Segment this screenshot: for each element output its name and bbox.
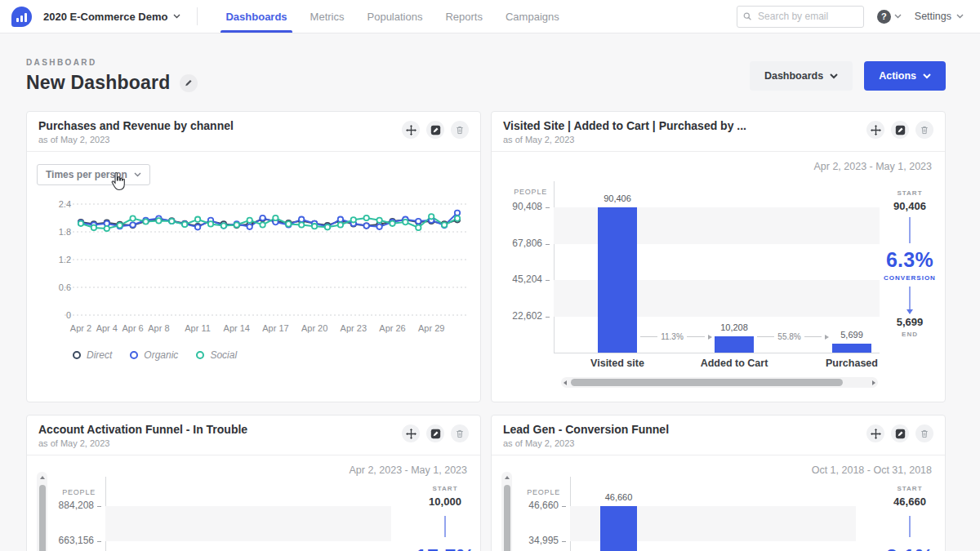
- pencil-icon: [185, 78, 193, 87]
- edit-title-button[interactable]: [180, 74, 198, 92]
- card-visited-funnel: Visited Site | Added to Cart | Purchased…: [491, 111, 946, 402]
- card-subtitle: as of May 2, 2023: [503, 135, 746, 144]
- card-lead-gen-funnel: Lead Gen - Conversion Funnel as of May 2…: [491, 415, 946, 551]
- scroll-thumb[interactable]: [571, 379, 843, 386]
- svg-text:Apr 17: Apr 17: [262, 323, 288, 333]
- move-icon: [406, 429, 416, 439]
- conversion-rate: 6.3%: [877, 248, 942, 272]
- dashboards-dropdown-button[interactable]: Dashboards: [750, 61, 853, 91]
- horizontal-scrollbar[interactable]: [561, 377, 878, 388]
- funnel-summary: START 46,660 3.1%: [877, 485, 942, 551]
- nav-item-metrics[interactable]: Metrics: [299, 0, 356, 33]
- arrow-right-icon: [708, 335, 712, 340]
- delete-widget-button[interactable]: [915, 121, 933, 139]
- edit-icon: [430, 429, 441, 439]
- funnel-bar[interactable]: [598, 207, 637, 353]
- date-range: Apr 2, 2023 - May 1, 2023: [813, 161, 932, 172]
- move-widget-button[interactable]: [866, 121, 884, 139]
- people-axis-label: PEOPLE: [492, 488, 560, 496]
- end-label: END: [877, 331, 942, 338]
- legend-item-direct[interactable]: Direct: [73, 349, 112, 361]
- trash-icon: [455, 429, 465, 439]
- scroll-up-button[interactable]: [40, 476, 45, 479]
- funnel-bar[interactable]: [832, 344, 871, 353]
- card-title: Purchases and Revenue by channel: [38, 119, 234, 132]
- edit-widget-button[interactable]: [426, 424, 444, 442]
- axis-tick-mark: [546, 207, 550, 208]
- card-purchases-revenue: Purchases and Revenue by channel as of M…: [26, 111, 481, 402]
- help-icon: ?: [877, 10, 891, 24]
- edit-icon: [430, 125, 441, 136]
- chevron-down-icon: [134, 172, 141, 177]
- chevron-down-icon: [956, 14, 964, 19]
- funnel-bar[interactable]: [600, 506, 637, 551]
- nav-item-populations[interactable]: Populations: [356, 0, 434, 33]
- funnel-step-label: Purchased: [803, 358, 901, 369]
- axis-tick-label: 34,995: [508, 535, 559, 546]
- edit-widget-button[interactable]: [426, 121, 444, 139]
- search-icon: [743, 11, 751, 21]
- axis-tick-label: 90,408: [492, 201, 542, 212]
- settings-menu[interactable]: Settings: [915, 11, 964, 22]
- account-label: 2020 E-Commerce Demo: [43, 11, 167, 23]
- delete-widget-button[interactable]: [915, 424, 933, 442]
- funnel-bar[interactable]: [715, 336, 754, 353]
- app-logo-icon[interactable]: [11, 7, 32, 27]
- actions-dropdown-button[interactable]: Actions: [864, 61, 946, 91]
- card-title: Visited Site | Added to Cart | Purchased…: [503, 119, 746, 132]
- move-icon: [406, 125, 416, 136]
- page-eyebrow: DASHBOARD: [26, 58, 198, 67]
- axis-tick-mark: [546, 317, 550, 318]
- move-widget-button[interactable]: [866, 424, 884, 442]
- account-switcher[interactable]: 2020 E-Commerce Demo: [43, 11, 180, 23]
- nav-item-dashboards[interactable]: Dashboards: [214, 0, 298, 33]
- summary-connector-line: [909, 516, 911, 537]
- top-nav: 2020 E-Commerce Demo Dashboards Metrics …: [0, 0, 980, 33]
- funnel-summary: START 10,000 17.7%: [412, 485, 478, 551]
- svg-text:Apr 14: Apr 14: [224, 323, 250, 333]
- start-value: 90,406: [877, 200, 942, 212]
- axis-tick-mark: [546, 244, 550, 245]
- conversion-label: CONVERSION: [877, 274, 942, 282]
- metric-dropdown[interactable]: Times per person: [37, 164, 150, 185]
- chart-legend: Direct Organic Social: [73, 349, 237, 361]
- edit-widget-button[interactable]: [891, 121, 909, 139]
- move-icon: [871, 125, 881, 136]
- move-widget-button[interactable]: [402, 424, 420, 442]
- move-widget-button[interactable]: [402, 121, 420, 139]
- funnel-baseline: [554, 353, 880, 353]
- search-input[interactable]: [756, 10, 858, 23]
- card-subtitle: as of May 2, 2023: [503, 438, 669, 448]
- axis-tick-label: 46,660: [508, 500, 559, 511]
- nav-item-reports[interactable]: Reports: [434, 0, 494, 33]
- edit-widget-button[interactable]: [891, 424, 909, 442]
- card-subtitle: as of May 2, 2023: [38, 135, 234, 144]
- edit-icon: [895, 125, 906, 136]
- settings-label: Settings: [915, 11, 951, 22]
- start-value: 10,000: [412, 495, 478, 508]
- chart-band: [105, 506, 391, 541]
- scroll-left-button[interactable]: [564, 380, 567, 385]
- end-value: 5,699: [877, 316, 942, 328]
- delete-widget-button[interactable]: [451, 121, 469, 139]
- svg-text:2.4: 2.4: [59, 199, 71, 209]
- trash-icon: [455, 125, 465, 136]
- legend-item-social[interactable]: Social: [196, 349, 237, 361]
- funnel-summary: START 90,406 6.3% CONVERSION 5,699 END: [877, 189, 942, 338]
- help-menu[interactable]: ?: [877, 10, 902, 24]
- scroll-up-button[interactable]: [505, 476, 510, 479]
- nav-item-campaigns[interactable]: Campaigns: [494, 0, 571, 33]
- bar-value-label: 46,660: [586, 492, 652, 502]
- conversion-rate: 17.7%: [412, 545, 478, 551]
- start-label: START: [877, 485, 942, 492]
- funnel-plot: [105, 506, 391, 551]
- svg-text:Apr 29: Apr 29: [418, 323, 444, 333]
- axis-tick-mark: [546, 280, 550, 281]
- card-title: Account Activation Funnel - In Trouble: [38, 423, 247, 436]
- legend-item-organic[interactable]: Organic: [130, 349, 178, 361]
- svg-text:0.6: 0.6: [59, 282, 71, 292]
- funnel-step-label: Visited site: [568, 358, 666, 369]
- scroll-right-button[interactable]: [872, 380, 875, 385]
- delete-widget-button[interactable]: [451, 424, 469, 442]
- legend-dot: [73, 351, 81, 359]
